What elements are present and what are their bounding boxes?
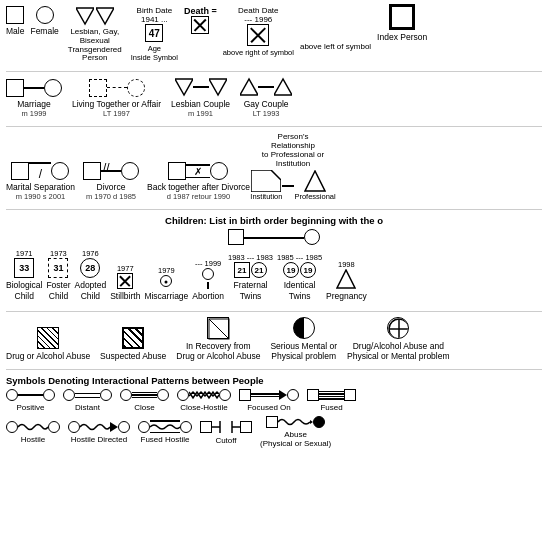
fused-hostile: Fused Hostile [138, 420, 192, 444]
focused-circle [287, 389, 299, 401]
cutoff-label: Cutoff [215, 436, 236, 445]
children-title: Children: List in birth order beginning … [6, 215, 542, 226]
fraternal-twins: 1983 --- 1983 21 21 FraternalTwins [228, 253, 273, 300]
legend-lgbt: Lesbian, Gay, BisexualTransgendered Pers… [65, 6, 125, 63]
lesbian-line [193, 86, 209, 88]
close-hostile-pattern [177, 389, 231, 401]
close-lines [132, 392, 157, 399]
svg-marker-8 [337, 270, 355, 288]
deathdate-symbol [247, 24, 269, 46]
foc-l1 [251, 393, 279, 395]
hostile-pattern [6, 421, 60, 433]
sep-male [11, 162, 29, 180]
sep-female [51, 162, 69, 180]
close-circle-2 [157, 389, 169, 401]
hostile-directed-svg [80, 422, 110, 432]
separation-connector: / [11, 162, 69, 180]
fraternal-symbol: 21 21 [234, 262, 267, 278]
institution-group: Institution [250, 170, 282, 201]
abortion-label: Abortion [192, 291, 224, 301]
abortion-circle [202, 268, 214, 280]
living-year: LT 1997 [103, 109, 130, 118]
lesbian-tri-2 [209, 77, 227, 97]
sep-year: m 1990 s 2001 [16, 192, 66, 201]
fused-hostile-label: Fused Hostile [141, 435, 190, 444]
fused-pattern [307, 389, 356, 401]
positive: Positive [6, 389, 55, 412]
suspected-label: Suspected Abuse [100, 351, 166, 361]
tri-down-icon-2 [96, 6, 114, 26]
svg-line-10 [209, 319, 229, 339]
close-l3 [132, 397, 157, 399]
living-male [89, 79, 107, 97]
cutoff-svg [212, 420, 240, 434]
drug-mental: Drug/Alcohol Abuse andPhysical or Mental… [347, 317, 450, 361]
cutoff-sq [200, 421, 212, 433]
marriage-year: m 1999 [21, 109, 46, 118]
hostile-directed: Hostile Directed [68, 421, 130, 444]
female-label: Female [30, 26, 58, 36]
fused-sq [307, 389, 319, 401]
close-hostile: Close-Hostile [177, 389, 231, 412]
legend-section-6: Symbols Denoting Interactional Patterns … [6, 375, 542, 448]
focused-arrow [279, 390, 287, 400]
lesbian-tri-1 [175, 77, 193, 97]
close-hostile-label: Close-Hostile [180, 403, 228, 412]
distant: Distant [63, 389, 112, 412]
legend-lesbian-couple: Lesbian Couple m 1991 [171, 77, 230, 118]
close-l2 [132, 394, 157, 396]
gay-line [258, 86, 274, 88]
fh-l2 [150, 432, 180, 434]
fh-circle-2 [180, 421, 192, 433]
identical-year: 1985 --- 1985 [277, 253, 322, 262]
sep-slash1: / [39, 168, 42, 180]
miscarriage-year: 1979 [158, 266, 175, 275]
biological-child: 1971 33 BiologicalChild [6, 249, 42, 300]
suspected-abuse: Suspected Abuse [100, 327, 166, 361]
fh-l1 [150, 420, 180, 422]
foster-year: 1973 [50, 249, 67, 258]
gay-label: Gay Couple [244, 99, 289, 109]
birthdate-square: 47 [145, 24, 163, 42]
professional-group: Professional [294, 170, 335, 201]
close-hostile-svg [189, 390, 219, 400]
hostile-directed-label: Hostile Directed [71, 435, 127, 444]
bio-year: 1971 [16, 249, 33, 258]
hostile-label: Hostile [21, 435, 45, 444]
sep-label: Marital Separation [6, 182, 75, 192]
legend-section-5: Drug or Alcohol Abuse Suspected Abuse In… [6, 317, 542, 361]
prof-line [282, 185, 294, 187]
distant-label: Distant [75, 403, 100, 412]
legend-divorce: // Divorce m 1970 d 1985 [83, 162, 139, 201]
professional-icon [304, 170, 326, 192]
in-recovery: In Recovery fromDrug or Alcohol Abuse [176, 317, 260, 361]
back-slash1: ✗ [194, 166, 202, 177]
focused-sq [239, 389, 251, 401]
focused-lines [251, 393, 279, 397]
living-line [107, 87, 127, 89]
div-female [121, 162, 139, 180]
legend-index: Index Person [377, 6, 427, 42]
dist-circle-2 [100, 389, 112, 401]
birthdate-sublabel: AgeInside Symbol [131, 44, 178, 62]
back-label: Back together after Divorce [147, 182, 250, 192]
deathdate-label: Death Date--- 1996 [238, 6, 278, 24]
abuse: Abuse(Physical or Sexual) [260, 416, 331, 448]
dist-circle-1 [63, 389, 75, 401]
gay-tri-1 [240, 77, 258, 97]
institution-label: Institution [250, 192, 282, 201]
legend-section-2: Marriage m 1999 Living Together or Affai… [6, 77, 542, 118]
hd-circle-1 [68, 421, 80, 433]
institution-icon [251, 170, 281, 192]
divider-4 [6, 311, 542, 312]
adopted-label: AdoptedChild [74, 280, 106, 300]
cutoff: Cutoff [200, 420, 252, 445]
svg-marker-4 [240, 79, 258, 95]
living-label: Living Together or Affair [72, 99, 161, 109]
identical-twin1: 19 [283, 262, 299, 278]
svg-marker-1 [96, 8, 114, 24]
prof-rel-label: Person's Relationshipto Professional or … [258, 132, 328, 168]
distant-pattern [63, 389, 112, 401]
drug-symbol [37, 327, 59, 349]
adopted-year: 1976 [82, 249, 99, 258]
